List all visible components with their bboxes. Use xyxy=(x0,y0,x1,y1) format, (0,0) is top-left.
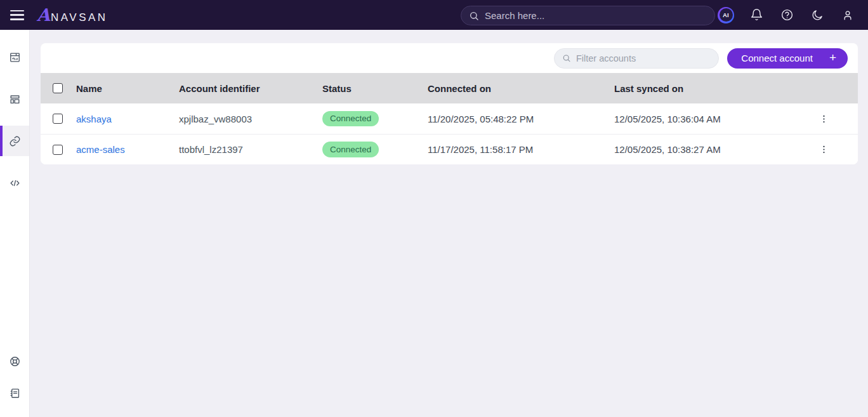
bell-icon xyxy=(750,8,763,22)
main-content: Connect account + Name Account identifie… xyxy=(30,30,868,417)
sidebar-item-help-hub[interactable] xyxy=(0,346,29,376)
filter-accounts-field[interactable] xyxy=(554,48,719,69)
status-badge: Connected xyxy=(322,142,379,157)
sidebar-item-connections[interactable] xyxy=(0,126,29,156)
column-header-last-synced-on: Last synced on xyxy=(614,83,789,94)
row-checkbox[interactable] xyxy=(53,145,63,155)
logo-letter: A xyxy=(37,6,50,23)
search-input[interactable] xyxy=(485,10,707,21)
notifications-button[interactable] xyxy=(741,0,772,30)
sidebar-item-code[interactable] xyxy=(0,168,29,198)
row-checkbox-cell xyxy=(41,145,76,155)
status-badge: Connected xyxy=(322,111,379,127)
row-checkbox-cell xyxy=(41,114,76,124)
row-checkbox[interactable] xyxy=(53,114,63,124)
account-name-link[interactable]: akshaya xyxy=(76,114,112,124)
life-buoy-icon xyxy=(9,355,21,367)
select-all-checkbox[interactable] xyxy=(53,83,63,93)
filter-accounts-input[interactable] xyxy=(576,53,711,63)
ai-label: AI xyxy=(720,8,733,22)
code-icon xyxy=(9,177,21,189)
row-actions-button[interactable] xyxy=(789,144,858,155)
user-icon xyxy=(841,9,854,22)
kebab-icon xyxy=(819,144,829,155)
filter-search-icon xyxy=(562,53,571,63)
connected-on-value: 11/20/2025, 05:48:22 PM xyxy=(428,114,614,124)
sidebar-item-release-notes[interactable] xyxy=(0,378,29,408)
sidebar xyxy=(0,30,30,417)
table-row: akshaya xpjlbaz_vw88003 Connected 11/20/… xyxy=(41,103,858,134)
sidebar-item-dashboards[interactable] xyxy=(0,84,29,114)
help-button[interactable] xyxy=(772,0,802,30)
window-chart-icon xyxy=(9,51,21,63)
column-header-status: Status xyxy=(322,83,428,94)
logo-text: NAVSAN xyxy=(51,11,108,24)
account-identifier: ttobfvl_lz21397 xyxy=(179,144,322,155)
plus-icon: + xyxy=(829,51,836,63)
column-header-name: Name xyxy=(76,83,179,94)
header-checkbox-cell xyxy=(41,83,76,93)
global-search[interactable] xyxy=(461,6,715,25)
last-synced-on-value: 12/05/2025, 10:36:04 AM xyxy=(614,114,789,124)
table-header: Name Account identifier Status Connected… xyxy=(41,73,858,103)
sidebar-spacer xyxy=(0,198,29,346)
sidebar-item-worksheets[interactable] xyxy=(0,42,29,72)
ai-ring: AI xyxy=(718,7,734,23)
column-header-connected-on: Connected on xyxy=(428,83,614,94)
search-icon xyxy=(469,11,479,21)
notebook-icon xyxy=(9,387,21,399)
topbar-actions: AI xyxy=(711,0,863,30)
row-actions-button[interactable] xyxy=(789,114,858,124)
last-synced-on-value: 12/05/2025, 10:38:27 AM xyxy=(614,144,789,155)
connected-on-value: 11/17/2025, 11:58:17 PM xyxy=(428,144,614,155)
accounts-toolbar: Connect account + xyxy=(41,43,858,73)
moon-icon xyxy=(811,9,824,22)
kebab-icon xyxy=(819,114,829,124)
table-row: acme-sales ttobfvl_lz21397 Connected 11/… xyxy=(41,134,858,164)
connect-account-label: Connect account xyxy=(741,53,813,63)
layout-icon xyxy=(9,93,21,105)
column-header-identifier: Account identifier xyxy=(179,83,322,94)
accounts-card: Connect account + Name Account identifie… xyxy=(41,43,858,164)
profile-button[interactable] xyxy=(832,0,863,30)
connect-account-button[interactable]: Connect account + xyxy=(727,48,848,69)
topbar: A NAVSAN AI xyxy=(0,0,868,30)
help-icon xyxy=(780,8,794,22)
account-identifier: xpjlbaz_vw88003 xyxy=(179,114,322,124)
ai-badge[interactable]: AI xyxy=(711,0,741,30)
link-icon xyxy=(9,135,21,147)
app-logo[interactable]: A NAVSAN xyxy=(37,6,108,24)
theme-toggle[interactable] xyxy=(802,0,832,30)
account-name-link[interactable]: acme-sales xyxy=(76,144,125,155)
menu-icon[interactable] xyxy=(10,10,24,20)
